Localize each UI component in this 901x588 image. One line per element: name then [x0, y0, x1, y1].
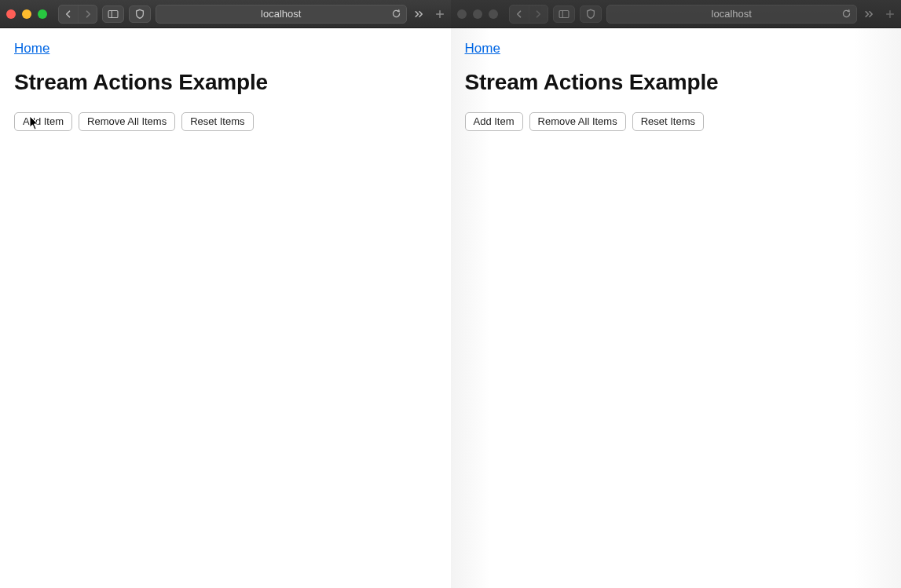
action-button-row: Add Item Remove All Items Reset Items: [14, 112, 437, 131]
nav-forward-button[interactable]: [78, 5, 97, 23]
shield-icon: [134, 9, 145, 20]
address-text: localhost: [261, 8, 301, 20]
address-bar[interactable]: localhost: [156, 5, 407, 24]
window-maximize-button[interactable]: [38, 9, 47, 19]
browser-window-right: localhost Home Stream Actions Example Ad…: [451, 0, 902, 588]
sidebar-icon: [559, 9, 570, 20]
nav-back-button[interactable]: [59, 5, 78, 23]
chevron-left-icon: [515, 9, 524, 19]
overflow-menu-button[interactable]: [412, 8, 427, 20]
add-item-button[interactable]: Add Item: [465, 112, 523, 131]
remove-all-items-button[interactable]: Remove All Items: [79, 112, 175, 131]
window-minimize-button[interactable]: [473, 9, 482, 19]
new-tab-button[interactable]: [432, 0, 448, 27]
privacy-shield-button[interactable]: [129, 5, 151, 23]
overflow-menu-button[interactable]: [862, 8, 877, 20]
chevron-right-icon: [83, 9, 93, 19]
page-title: Stream Actions Example: [465, 70, 888, 95]
new-tab-button[interactable]: [882, 0, 898, 27]
page-title: Stream Actions Example: [14, 70, 437, 95]
remove-all-items-button[interactable]: Remove All Items: [529, 112, 626, 131]
double-chevron-right-icon: [413, 8, 426, 20]
nav-back-button[interactable]: [510, 5, 529, 23]
sidebar-toggle-button[interactable]: [102, 5, 124, 23]
reset-items-button[interactable]: Reset Items: [181, 112, 253, 131]
home-link[interactable]: Home: [465, 38, 500, 59]
browser-window-left: localhost Home Stream Actions Example Ad…: [0, 0, 451, 588]
plus-icon: [434, 9, 445, 20]
double-chevron-right-icon: [863, 8, 876, 20]
window-controls: [457, 9, 498, 19]
page-content: Home Stream Actions Example Add Item Rem…: [0, 28, 451, 588]
address-bar[interactable]: localhost: [606, 5, 858, 24]
browser-toolbar: localhost: [451, 0, 902, 28]
reload-icon: [841, 9, 852, 19]
nav-back-forward-group: [509, 5, 548, 24]
window-close-button[interactable]: [457, 9, 467, 19]
nav-forward-button[interactable]: [529, 5, 548, 23]
browser-toolbar: localhost: [0, 0, 451, 28]
sidebar-icon: [108, 9, 119, 20]
action-button-row: Add Item Remove All Items Reset Items: [465, 112, 888, 131]
window-minimize-button[interactable]: [22, 9, 31, 19]
home-link[interactable]: Home: [14, 38, 49, 59]
reload-icon: [391, 9, 401, 19]
window-maximize-button[interactable]: [489, 9, 498, 19]
page-content: Home Stream Actions Example Add Item Rem…: [451, 28, 902, 588]
svg-rect-4: [559, 10, 569, 17]
reload-button[interactable]: [391, 5, 401, 23]
shield-icon: [585, 9, 596, 20]
add-item-button[interactable]: Add Item: [14, 112, 72, 131]
sidebar-toggle-button[interactable]: [553, 5, 575, 23]
chevron-left-icon: [64, 9, 73, 19]
privacy-shield-button[interactable]: [580, 5, 602, 23]
svg-rect-0: [108, 10, 118, 17]
chevron-right-icon: [533, 9, 543, 19]
window-close-button[interactable]: [6, 9, 16, 19]
reset-items-button[interactable]: Reset Items: [632, 112, 704, 131]
nav-back-forward-group: [58, 5, 97, 24]
reload-button[interactable]: [841, 5, 852, 23]
window-controls: [6, 9, 47, 19]
address-text: localhost: [712, 8, 752, 20]
plus-icon: [885, 9, 896, 20]
